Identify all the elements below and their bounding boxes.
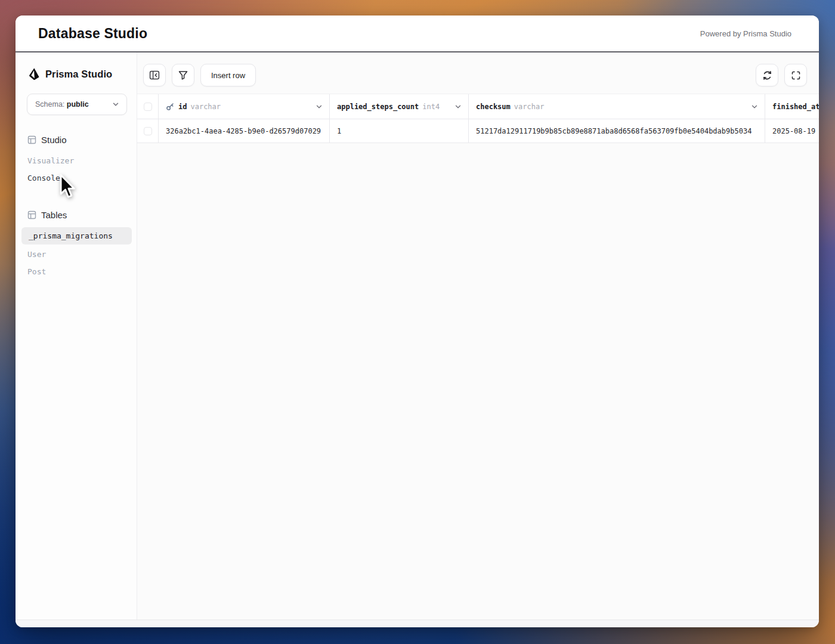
fullscreen-icon [791,70,801,80]
column-type: varchar [514,103,545,111]
refresh-button[interactable] [756,64,778,86]
page-title: Database Studio [38,26,147,42]
section-label: Tables [41,210,67,220]
column-name: finished_at [772,103,819,111]
column-header-checksum[interactable]: checksum varchar [469,94,765,119]
section-label: Studio [41,135,67,145]
cell-checksum[interactable]: 51217da12911719b9b85cb89e8871aba8d6568fa… [469,119,765,143]
window-footer [16,620,819,627]
column-header-applied-steps-count[interactable]: applied_steps_count int4 [330,94,469,119]
cell-applied-steps-count[interactable]: 1 [330,119,469,143]
toolbar: Insert row [137,52,819,86]
chevron-down-icon[interactable] [315,103,323,111]
filter-icon [178,70,188,80]
key-icon [166,103,174,111]
chevron-down-icon [112,100,120,109]
column-type: int4 [422,103,440,111]
schema-value: public [67,100,89,109]
panel-collapse-icon [149,70,160,80]
schema-select[interactable]: Schema: public [27,94,127,115]
chevron-down-icon[interactable] [454,103,462,111]
main-content: Insert row [137,52,819,620]
app-window: Database Studio Powered by Prisma Studio… [16,16,819,627]
grid-icon [27,210,36,219]
fullscreen-button[interactable] [784,64,807,86]
brand: Prisma Studio [16,66,137,82]
prisma-logo-icon [27,67,40,81]
sidebar: Prisma Studio Schema: public Studio Visu… [16,52,137,620]
collapse-sidebar-button[interactable] [143,64,166,86]
sidebar-item-visualizer[interactable]: Visualizer [16,152,137,169]
brand-label: Prisma Studio [45,69,112,80]
column-name: applied_steps_count [337,103,419,111]
row-checkbox[interactable] [144,127,152,135]
powered-by-label: Powered by Prisma Studio [700,29,791,38]
table-header-row: id varchar applied_steps_count int4 [137,94,819,119]
row-select-cell[interactable] [137,119,159,143]
data-table: id varchar applied_steps_count int4 [137,94,819,143]
chevron-down-icon[interactable] [750,103,759,111]
cell-id[interactable]: 326a2bc1-4aea-4285-b9e0-d26579d07029 [159,119,330,143]
schema-label: Schema: [35,100,64,109]
window-header: Database Studio Powered by Prisma Studio [16,16,819,52]
refresh-icon [762,70,772,80]
column-name: checksum [476,103,511,111]
table-row[interactable]: 326a2bc1-4aea-4285-b9e0-d26579d07029 1 5… [137,119,819,143]
sidebar-item-prisma-migrations[interactable]: _prisma_migrations [21,227,132,244]
mouse-cursor [57,174,78,202]
cell-finished-at[interactable]: 2025-08-19 [765,119,819,143]
section-header-tables: Tables [16,208,137,221]
select-all-cell[interactable] [137,94,159,119]
section-header-studio: Studio [16,133,137,146]
column-header-finished-at[interactable]: finished_at [765,94,819,119]
insert-row-button[interactable]: Insert row [200,64,256,86]
sidebar-item-user[interactable]: User [16,246,137,263]
column-name: id [178,103,187,111]
sidebar-item-post[interactable]: Post [16,263,137,280]
column-header-id[interactable]: id varchar [159,94,330,119]
column-type: varchar [190,103,221,111]
grid-icon [27,135,36,144]
filter-button[interactable] [172,64,194,86]
select-all-checkbox[interactable] [144,103,152,111]
